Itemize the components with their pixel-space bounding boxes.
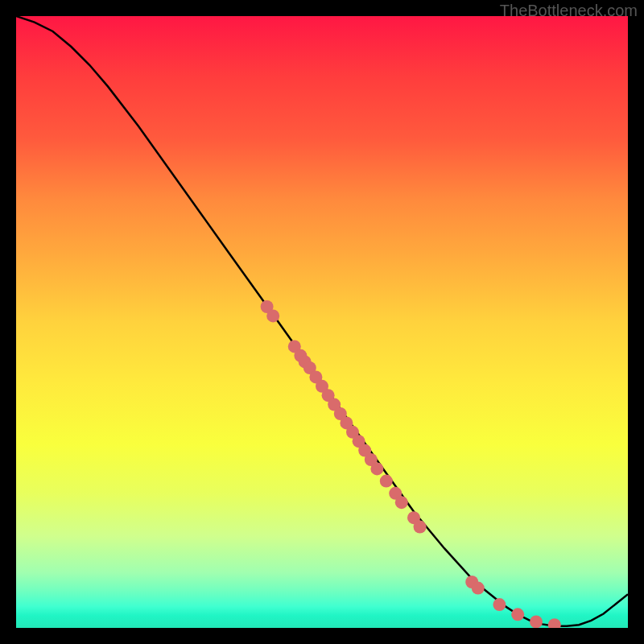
data-point: [493, 598, 506, 611]
chart-area: [16, 16, 628, 628]
bottleneck-curve: [16, 16, 628, 626]
data-point: [511, 608, 524, 621]
data-point: [380, 475, 393, 488]
data-point: [472, 582, 485, 595]
watermark-text: TheBottleneck.com: [500, 2, 638, 20]
data-point: [414, 521, 427, 534]
data-point: [530, 615, 543, 628]
data-point: [370, 462, 383, 475]
chart-svg: [16, 16, 628, 628]
data-point: [395, 496, 408, 509]
data-point: [266, 309, 279, 322]
scatter-points: [261, 300, 561, 628]
data-point: [548, 618, 561, 628]
